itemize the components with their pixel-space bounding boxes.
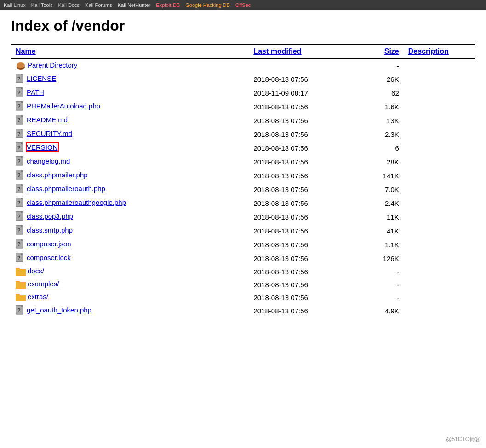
folder-icon	[16, 292, 26, 301]
unknown-file-icon: ?	[16, 211, 25, 221]
file-link[interactable]: README.md	[27, 116, 68, 124]
unknown-file-icon: ?	[16, 253, 25, 263]
table-row: examples/2018-08-13 07:56-	[11, 278, 475, 291]
unknown-file-icon: ?	[16, 115, 25, 125]
file-link[interactable]: extras/	[28, 293, 48, 301]
file-description	[404, 251, 475, 265]
page-title: Index of /vendor	[11, 17, 475, 34]
unknown-file-icon: ?	[16, 239, 25, 249]
tab-kali-docs[interactable]: Kali Docs	[58, 2, 80, 8]
file-size: -	[368, 265, 404, 278]
tab-kali-tools[interactable]: Kali Tools	[31, 2, 53, 8]
file-size: 11K	[368, 210, 404, 224]
table-row: ? composer.json2018-08-13 07:561.1K	[11, 238, 475, 251]
file-size: 13K	[368, 113, 404, 127]
file-description	[404, 100, 475, 113]
unknown-file-icon: ?	[16, 184, 25, 194]
file-link[interactable]: changelog.md	[27, 157, 70, 165]
file-modified: 2018-08-13 07:56	[249, 304, 368, 318]
file-modified: 2018-08-13 07:56	[249, 169, 368, 182]
unknown-file-icon: ?	[16, 170, 25, 180]
table-row: ? changelog.md2018-08-13 07:5628K	[11, 155, 475, 169]
table-row: ? composer.lock2018-08-13 07:56126K	[11, 251, 475, 265]
file-link[interactable]: VERSION	[27, 143, 58, 151]
file-link[interactable]: class.phpmailer.php	[27, 171, 88, 179]
table-row: ? get_oauth_token.php2018-08-13 07:564.9…	[11, 304, 475, 318]
file-size: 2.4K	[368, 196, 404, 210]
tab-google-hacking-db[interactable]: Google Hacking DB	[185, 2, 230, 8]
name-sort-link[interactable]: Name	[16, 47, 36, 55]
col-header-size[interactable]: Size	[368, 44, 404, 59]
file-link[interactable]: composer.lock	[27, 254, 71, 261]
file-size: 6	[368, 141, 404, 155]
table-row: ? class.smtp.php2018-08-13 07:5641K	[11, 224, 475, 238]
svg-rect-64	[16, 282, 26, 288]
file-description	[404, 291, 475, 304]
back-icon	[16, 61, 26, 70]
file-link[interactable]: examples/	[28, 280, 59, 288]
file-modified: 2018-08-13 07:56	[249, 72, 368, 86]
table-row: ? class.phpmaileroauthgoogle.php2018-08-…	[11, 196, 475, 210]
file-description	[404, 127, 475, 141]
file-link[interactable]: LICENSE	[27, 74, 56, 82]
table-row: ? LICENSE2018-08-13 07:5626K	[11, 72, 475, 86]
file-modified: 2018-11-09 08:17	[249, 86, 368, 100]
modified-sort-link[interactable]: Last modified	[253, 47, 301, 55]
tab-exploit-db[interactable]: Exploit-DB	[156, 2, 180, 8]
file-link[interactable]: class.phpmaileroauthgoogle.php	[27, 198, 126, 206]
file-description	[404, 210, 475, 224]
file-size: 1.1K	[368, 238, 404, 251]
unknown-file-icon: ?	[16, 305, 25, 315]
tab-kali-linux[interactable]: Kali Linux	[4, 2, 26, 8]
tab-kali-forums[interactable]: Kali Forums	[85, 2, 112, 8]
table-row: ? class.phpmailer.php2018-08-13 07:56141…	[11, 169, 475, 182]
file-link[interactable]: class.smtp.php	[27, 226, 73, 234]
file-link[interactable]: PHPMailerAutoload.php	[27, 102, 100, 110]
file-link[interactable]: PATH	[27, 88, 44, 96]
file-modified: 2018-08-13 07:56	[249, 196, 368, 210]
file-description	[404, 238, 475, 251]
file-size: 62	[368, 86, 404, 100]
svg-point-2	[17, 62, 25, 68]
table-row: ? class.phpmaileroauth.php2018-08-13 07:…	[11, 182, 475, 196]
unknown-file-icon: ?	[16, 142, 25, 153]
file-description	[404, 265, 475, 278]
file-link[interactable]: Parent Directory	[28, 61, 77, 69]
file-modified: 2018-08-13 07:56	[249, 224, 368, 238]
file-link[interactable]: class.phpmaileroauth.php	[27, 185, 105, 193]
file-modified: 2018-08-13 07:56	[249, 127, 368, 141]
file-link[interactable]: docs/	[28, 267, 44, 275]
size-sort-link[interactable]: Size	[384, 47, 399, 55]
file-link[interactable]: SECURITY.md	[27, 130, 72, 137]
file-size: -	[368, 59, 404, 72]
svg-text:?: ?	[17, 90, 21, 95]
svg-text:?: ?	[17, 76, 21, 81]
svg-text:?: ?	[17, 255, 21, 261]
file-modified: 2018-08-13 07:56	[249, 182, 368, 196]
tab-kali-nethunter[interactable]: Kali NetHunter	[118, 2, 151, 8]
table-row: extras/2018-08-13 07:56-	[11, 291, 475, 304]
col-header-name[interactable]: Name	[11, 44, 249, 59]
file-link[interactable]: class.pop3.php	[27, 212, 73, 220]
file-size: 1.6K	[368, 100, 404, 113]
tab-offsec[interactable]: OffSec	[235, 2, 251, 8]
folder-icon	[16, 267, 26, 276]
file-description	[404, 141, 475, 155]
file-size: 141K	[368, 169, 404, 182]
svg-text:?: ?	[17, 307, 21, 313]
file-link[interactable]: composer.json	[27, 240, 71, 248]
col-header-modified[interactable]: Last modified	[249, 44, 368, 59]
svg-text:?: ?	[17, 172, 21, 178]
svg-text:?: ?	[17, 145, 21, 150]
file-size: 41K	[368, 224, 404, 238]
svg-text:?: ?	[17, 200, 21, 205]
table-row: Parent Directory-	[11, 59, 475, 72]
unknown-file-icon: ?	[16, 156, 25, 166]
file-modified: 2018-08-13 07:56	[249, 265, 368, 278]
file-link[interactable]: get_oauth_token.php	[27, 306, 91, 314]
version-highlight: VERSION	[27, 143, 58, 151]
file-modified: 2018-08-13 07:56	[249, 238, 368, 251]
file-description	[404, 113, 475, 127]
browser-toolbar: Kali Linux Kali Tools Kali Docs Kali For…	[0, 0, 486, 10]
file-size: 26K	[368, 72, 404, 86]
